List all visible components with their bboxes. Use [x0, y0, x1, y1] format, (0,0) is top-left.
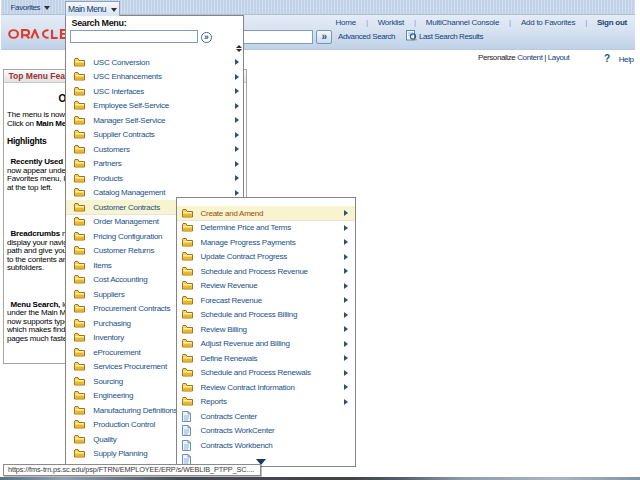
menu-item-label: Suppliers [93, 289, 124, 298]
folder-icon [74, 245, 85, 255]
menu-resize-grip-icon[interactable] [236, 45, 243, 53]
submenu-arrow-icon [235, 117, 239, 123]
chevron-down-icon [44, 6, 50, 10]
main-menu-button[interactable]: Main Menu [65, 1, 120, 16]
folder-icon [74, 448, 85, 458]
favorites-label: Favorites [11, 3, 41, 12]
submenu-item[interactable]: Schedule and Process Billing [177, 307, 355, 322]
folder-icon [74, 86, 85, 96]
search-go-button[interactable]: » [316, 30, 332, 44]
menu-item-label: Inventory [93, 333, 124, 342]
folder-icon [74, 361, 85, 371]
submenu-item-label: Contracts Workbench [201, 440, 273, 449]
folder-icon [182, 222, 193, 232]
link-separator: | [404, 18, 426, 27]
menu-item[interactable]: Supplier Contracts [66, 127, 243, 142]
link-separator: | [356, 18, 378, 27]
submenu-item[interactable]: Define Renewals [177, 351, 355, 366]
folder-icon [74, 332, 85, 342]
folder-icon [182, 367, 193, 377]
menu-item[interactable]: USC Conversion [66, 55, 243, 70]
menu-item[interactable]: Manager Self-Service [66, 113, 243, 128]
submenu-item[interactable]: Review Billing [177, 322, 355, 337]
submenu-arrow-icon [235, 88, 239, 94]
submenu-arrow-icon [235, 103, 239, 109]
menu-item-label: Products [93, 173, 123, 182]
menu-item[interactable]: Products [66, 171, 243, 186]
menu-item-label: Customer Contracts [93, 202, 160, 211]
submenu-arrow-icon [235, 132, 239, 138]
folder-icon [182, 454, 193, 464]
submenu-arrow-icon [344, 355, 348, 361]
personalize-content-link[interactable]: Content [517, 53, 542, 62]
help-group: ?Help [604, 53, 634, 64]
submenu-item-label: Review Contract Information [201, 382, 295, 391]
header-link[interactable]: MultiChannel Console [426, 18, 499, 27]
menu-item-label: Manufacturing Definitions [93, 405, 177, 414]
menu-item[interactable]: Employee Self-Service [66, 98, 243, 113]
menu-item[interactable]: Partners [66, 156, 243, 171]
folder-icon [182, 440, 193, 450]
folder-icon [74, 405, 85, 415]
submenu-item-label: Contracts WorkCenter [201, 426, 275, 435]
menu-item-label: USC Conversion [93, 57, 149, 66]
last-search-results-link[interactable]: Last Search Results [419, 32, 483, 41]
submenu-arrow-icon [344, 283, 348, 289]
sign-out-link[interactable]: Sign out [597, 18, 627, 27]
menu-item[interactable]: Customers [66, 142, 243, 157]
folder-icon [182, 295, 193, 305]
menu-item-label: USC Enhancements [93, 72, 161, 81]
help-link[interactable]: Help [619, 55, 634, 64]
submenu-item[interactable]: Reports [177, 394, 355, 409]
submenu-arrow-icon [235, 190, 239, 196]
submenu-item[interactable]: Adjust Revenue and Billing [177, 336, 355, 351]
menu-item[interactable]: USC Enhancements [66, 69, 243, 84]
folder-icon [182, 266, 193, 276]
submenu-item-label: Schedule and Process Revenue [201, 266, 308, 275]
link-separator: | [575, 18, 597, 27]
submenu-item-label: Contracts Center [201, 411, 257, 420]
submenu-item[interactable]: Schedule and Process Renewals [177, 365, 355, 380]
favorites-menu[interactable]: Favorites [11, 0, 51, 15]
submenu-item[interactable]: Update Contract Progress [177, 249, 355, 264]
submenu-item[interactable]: Manage Progress Payments [177, 235, 355, 250]
submenu-item[interactable]: Contracts Workbench [177, 438, 355, 453]
pagelet-highlights-heading: Highlights [7, 137, 47, 146]
submenu-item[interactable]: Contracts Center [177, 409, 355, 424]
submenu-arrow-icon [344, 326, 348, 332]
submenu-item[interactable]: Contracts WorkCenter [177, 423, 355, 438]
header-link[interactable]: Home [336, 18, 356, 27]
submenu-item-label: Adjust Revenue and Billing [201, 339, 290, 348]
header-link[interactable]: Worklist [378, 18, 404, 27]
submenu-item[interactable]: Create and Amend [177, 206, 355, 221]
folder-icon [74, 231, 85, 241]
magnifier-document-icon [406, 29, 417, 43]
submenu-item[interactable]: Determine Price and Terms [177, 220, 355, 235]
menu-search-input[interactable] [70, 30, 198, 44]
advanced-search-link[interactable]: Advanced Search [338, 32, 395, 41]
submenu-item[interactable]: Forecast Revenue [177, 293, 355, 308]
personalize-layout-link[interactable]: Layout [548, 53, 570, 62]
submenu-arrow-icon [344, 225, 348, 231]
folder-icon [74, 57, 85, 67]
menu-item-label: Manager Self-Service [93, 115, 165, 124]
customer-contracts-submenu: Create and Amend [176, 197, 356, 467]
submenu-item[interactable]: Schedule and Process Revenue [177, 264, 355, 279]
menu-item-label: Order Management [93, 217, 158, 226]
folder-icon [74, 71, 85, 81]
folder-icon [74, 289, 85, 299]
personalize-label: Personalize [478, 53, 517, 62]
menu-item-label: Pricing Configuration [93, 231, 162, 240]
chevron-down-icon [111, 8, 117, 12]
submenu-arrow-icon [235, 146, 239, 152]
folder-icon [74, 129, 85, 139]
folder-icon [182, 251, 193, 261]
menu-item[interactable]: USC Interfaces [66, 84, 243, 99]
status-url-text: https://fms-trn.ps.sc.edu/psp/FTRN/EMPLO… [8, 465, 254, 474]
submenu-item[interactable]: Review Revenue [177, 278, 355, 293]
header-links: Home|Worklist|MultiChannel Console|Add t… [336, 16, 627, 29]
submenu-item[interactable]: Review Contract Information [177, 380, 355, 395]
header-link[interactable]: Add to Favorites [521, 18, 575, 27]
menu-search-go-icon[interactable]: » [201, 32, 212, 43]
menu-item-label: Purchasing [93, 318, 131, 327]
